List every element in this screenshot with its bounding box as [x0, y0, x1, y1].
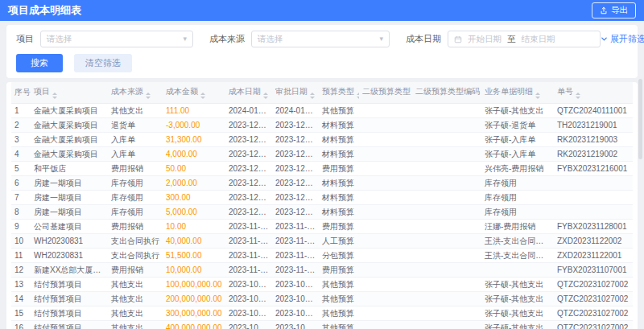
cell-source: 其他支出: [108, 291, 163, 306]
cell-budget_type2_code: [412, 262, 481, 277]
cell-budget_type2: [359, 291, 412, 306]
cell-budget_type: 材料预算: [319, 146, 359, 161]
cell-doc_no: TH20231219001: [554, 117, 633, 132]
cell-budget_type2: [359, 175, 412, 190]
cell-project: 结付预算项目: [31, 306, 108, 320]
cell-cost_date: 2023-12-19: [225, 132, 272, 146]
calendar-icon: [454, 35, 462, 43]
sort-icon[interactable]: [52, 93, 57, 99]
cell-source: 支出合同执行: [108, 248, 163, 262]
cell-amount: 400,000,000.00: [163, 320, 225, 329]
cell-budget_type2_code: [412, 306, 481, 320]
column-header-label: 成本金额: [166, 87, 198, 96]
cell-approve_date: 2023-10-27: [272, 277, 319, 291]
source-select-placeholder: 请选择: [258, 34, 283, 45]
cell-no: 9: [11, 219, 31, 233]
cell-approve_date: 2023-12-19: [272, 117, 319, 132]
cell-biz_doc: 张子硕-其他支出: [481, 103, 554, 117]
sort-icon[interactable]: [146, 93, 151, 99]
cell-project: 和平饭店: [31, 161, 108, 175]
column-header: 二级预算类型: [359, 82, 412, 103]
table-row: 8房建一期项目库存领用5,000.002023-12-112023-12-11材…: [11, 204, 633, 219]
sort-icon[interactable]: [576, 93, 580, 99]
cell-biz_doc: 张子硕-入库单: [481, 146, 554, 161]
sort-icon[interactable]: [535, 93, 540, 99]
cell-budget_type2_code: [412, 320, 481, 329]
chevron-down-icon: ▾: [183, 35, 187, 43]
cell-approve_date: 2023-12-16: [272, 161, 319, 175]
cost-table-card: 序号项目成本来源成本金额成本日期审批日期预算类型二级预算类型二级预算类型编码业务…: [6, 82, 638, 329]
cell-no: 2: [11, 117, 31, 132]
cell-approve_date: 2023-12-11: [272, 175, 319, 190]
expand-filters-label: 展开筛选: [610, 33, 644, 45]
cell-cost_date: 2023-11-07: [225, 262, 272, 277]
cell-project: 结付预算项目: [31, 291, 108, 306]
cell-budget_type2: [359, 320, 412, 329]
clear-filters-button[interactable]: 清空筛选: [74, 54, 132, 72]
cell-budget_type2: [359, 132, 412, 146]
filter-panel: 项目 请选择 ▾ 成本来源 请选择 ▾ 成本日期 开始日期 至 结束日期: [6, 25, 638, 78]
date-end-placeholder: 结束日期: [522, 34, 555, 45]
cell-budget_type2_code: [412, 103, 481, 117]
cell-amount: 5,000.00: [163, 204, 225, 219]
cell-budget_type: 其他预算: [319, 277, 359, 291]
cell-project: 金融大厦采购项目: [31, 117, 108, 132]
sort-icon[interactable]: [263, 93, 268, 99]
cell-cost_date: 2023-10-27: [225, 291, 272, 306]
column-header: 项目: [31, 82, 108, 103]
column-header: 成本来源: [108, 82, 163, 103]
cell-approve_date: 2023-10-27: [272, 306, 319, 320]
cell-amount: 40,000.00: [163, 233, 225, 248]
cell-amount: 300,000,000.00: [163, 306, 225, 320]
cell-biz_doc: 张子硕-退货单: [481, 117, 554, 132]
cell-biz_doc: 张子硕-入库单: [481, 132, 554, 146]
cell-cost_date: 2023-12-16: [225, 161, 272, 175]
cell-cost_date: 2023-11-28: [225, 219, 272, 233]
cell-cost_date: 2023-10-27: [225, 306, 272, 320]
table-row: 7房建一期项目库存领用300.002023-12-112023-12-11材料预…: [11, 190, 633, 204]
cell-project: 结付预算项目: [31, 320, 108, 329]
cell-budget_type: 费用预算: [319, 161, 359, 175]
project-select[interactable]: 请选择 ▾: [40, 31, 193, 47]
cell-amount: -3,000.00: [163, 117, 225, 132]
cell-no: 15: [11, 306, 31, 320]
column-header-label: 单号: [557, 87, 573, 96]
column-header: 审批日期: [272, 82, 319, 103]
cell-amount: 50.00: [163, 161, 225, 175]
sort-icon[interactable]: [200, 93, 205, 99]
cell-biz_doc: 兴伟亮-费用报销: [481, 161, 554, 175]
expand-filters-link[interactable]: 展开筛选: [601, 33, 644, 45]
scrollbar[interactable]: [638, 79, 642, 159]
search-button[interactable]: 搜索: [16, 54, 63, 72]
cell-cost_date: 2023-12-19: [225, 146, 272, 161]
column-header: 序号: [11, 82, 31, 103]
cell-no: 5: [11, 161, 31, 175]
date-filter: 成本日期 开始日期 至 结束日期: [406, 31, 601, 47]
filter-actions: 搜索 清空筛选: [16, 54, 628, 72]
source-filter: 成本来源 请选择 ▾: [209, 31, 390, 47]
cell-no: 3: [11, 132, 31, 146]
cell-amount: 4,000.00: [163, 146, 225, 161]
source-select[interactable]: 请选择 ▾: [251, 31, 390, 47]
table-row: 10WH20230831支出合同执行40,000.002023-11-22202…: [11, 233, 633, 248]
sort-icon[interactable]: [357, 93, 359, 99]
cell-budget_type: 材料预算: [319, 117, 359, 132]
topbar: 项目成本明细表 导出: [0, 0, 644, 21]
cell-biz_doc: 库存领用: [481, 175, 554, 190]
cell-approve_date: 2023-10-27: [272, 291, 319, 306]
sort-icon[interactable]: [310, 93, 315, 99]
table-row: 14结付预算项目其他支出200,000,000.002023-10-272023…: [11, 291, 633, 306]
cell-amount: 2,000.00: [163, 175, 225, 190]
cell-doc_no: QTZC20231027002: [554, 277, 633, 291]
cell-doc_no: QTZC20240111001: [554, 103, 633, 117]
cell-no: 7: [11, 190, 31, 204]
cell-budget_type2_code: [412, 219, 481, 233]
cost-date-range-picker[interactable]: 开始日期 至 结束日期: [448, 31, 601, 47]
cell-project: 公司基建项目: [31, 219, 108, 233]
export-button[interactable]: 导出: [592, 2, 636, 19]
table-row: 16结付预算项目其他支出400,000,000.002023-10-272023…: [11, 320, 633, 329]
table-row: 13结付预算项目其他支出100,000,000.002023-10-272023…: [11, 277, 633, 291]
cell-no: 16: [11, 320, 31, 329]
cell-doc_no: ZXD20231122001: [554, 248, 633, 262]
date-range-separator: 至: [507, 34, 516, 45]
